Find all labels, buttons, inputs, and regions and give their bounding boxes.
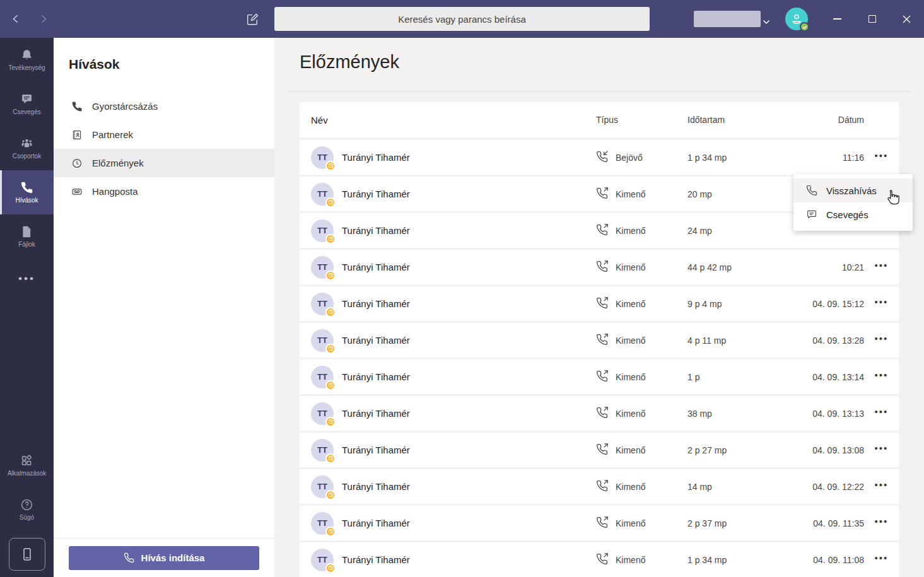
contact-name: Turányi Tihamér bbox=[342, 554, 410, 565]
presence-away-badge bbox=[325, 161, 336, 171]
call-type-label: Kimenő bbox=[616, 409, 645, 419]
phone-outgoing-icon bbox=[596, 297, 608, 311]
account-menu-button[interactable] bbox=[763, 16, 770, 22]
presence-available-badge bbox=[800, 22, 809, 32]
calls-menu-item-előzmények[interactable]: Előzmények bbox=[54, 149, 274, 177]
call-duration-cell: 14 mp bbox=[687, 482, 788, 492]
apps-icon bbox=[20, 454, 33, 467]
page-title: Előzmények bbox=[300, 52, 399, 73]
call-duration-cell: 44 p 42 mp bbox=[687, 262, 788, 272]
rail-item-csevegés[interactable]: Csevegés bbox=[0, 82, 54, 126]
table-row[interactable]: TT Turányi Tihamér Kimenő 1 p 34 mp 04. … bbox=[300, 542, 899, 577]
table-row[interactable]: TT Turányi Tihamér Kimenő 38 mp 04. 09. … bbox=[300, 396, 899, 431]
rail-item-csoportok[interactable]: Csoportok bbox=[0, 126, 54, 170]
row-more-button[interactable]: ••• bbox=[875, 151, 889, 164]
avatar: TT bbox=[311, 549, 334, 571]
phone-outgoing-icon bbox=[596, 370, 608, 384]
table-row[interactable]: TT Turányi Tihamér Kimenő 44 p 42 mp 10:… bbox=[300, 250, 899, 284]
rail-item-tevékenység[interactable]: Tevékenység bbox=[0, 38, 54, 82]
row-more-button[interactable]: ••• bbox=[875, 297, 889, 310]
row-more-button[interactable]: ••• bbox=[875, 553, 889, 566]
rail-item-label: Súgó bbox=[20, 515, 34, 521]
forward-button[interactable] bbox=[34, 6, 53, 32]
start-call-button[interactable]: Hívás indítása bbox=[69, 546, 259, 570]
contact-card-icon bbox=[71, 129, 83, 141]
call-type-cell: Kimenő bbox=[596, 260, 687, 274]
calls-menu-item-partnerek[interactable]: Partnerek bbox=[54, 120, 274, 149]
table-row[interactable]: TT Turányi Tihamér Bejövő 1 p 34 mp 11:1… bbox=[300, 140, 899, 175]
context-menu-label: Visszahívás bbox=[826, 185, 877, 196]
row-more-button[interactable]: ••• bbox=[875, 443, 889, 457]
call-type-cell: Kimenő bbox=[596, 516, 687, 530]
contact-name: Turányi Tihamér bbox=[342, 298, 410, 309]
table-row[interactable]: TT Turányi Tihamér Kimenő 14 mp 04. 09. … bbox=[300, 469, 899, 504]
context-menu-item-csevegés[interactable]: Csevegés bbox=[793, 202, 913, 226]
calls-panel: Hívások Gyorstárcsázás Partnerek Előzmén… bbox=[54, 38, 274, 577]
table-row[interactable]: TT Turányi Tihamér Kimenő 9 p 4 mp 04. 0… bbox=[300, 286, 899, 321]
call-duration-cell: 2 p 27 mp bbox=[687, 445, 788, 455]
phone-outgoing-icon bbox=[596, 260, 608, 274]
context-menu-item-visszahívás[interactable]: Visszahívás bbox=[793, 178, 913, 202]
call-name-cell: TT Turányi Tihamér bbox=[300, 475, 596, 498]
phone-outgoing-icon bbox=[596, 224, 608, 238]
presence-away-badge bbox=[325, 344, 336, 354]
back-icon bbox=[11, 14, 21, 24]
rail-item-hívások[interactable]: Hívások bbox=[0, 170, 54, 214]
avatar: TT bbox=[311, 183, 334, 206]
avatar: TT bbox=[311, 256, 334, 279]
forward-icon bbox=[38, 14, 49, 24]
rail-item-fájlok[interactable]: Fájlok bbox=[0, 214, 54, 259]
row-more-button[interactable]: ••• bbox=[875, 260, 889, 274]
row-more-button[interactable]: ••• bbox=[875, 370, 889, 383]
avatar: TT bbox=[311, 366, 334, 388]
title-bar bbox=[0, 0, 924, 38]
table-row[interactable]: TT Turányi Tihamér Kimenő 2 p 37 mp 04. … bbox=[300, 506, 899, 540]
menu-item-label: Gyorstárcsázás bbox=[92, 101, 158, 112]
call-duration-cell: 38 mp bbox=[687, 409, 788, 419]
maximize-icon bbox=[868, 15, 876, 23]
search-input[interactable] bbox=[274, 7, 650, 31]
row-more-button[interactable]: ••• bbox=[875, 407, 889, 420]
calls-menu-item-hangposta[interactable]: Hangposta bbox=[54, 177, 274, 206]
table-row[interactable]: TT Turányi Tihamér Kimenő 2 p 27 mp 04. … bbox=[300, 433, 899, 467]
call-date-cell: 04. 09. 13:14 bbox=[788, 372, 864, 382]
account-name-blurred[interactable] bbox=[694, 11, 761, 27]
call-type-label: Kimenő bbox=[616, 482, 645, 492]
row-more-button[interactable]: ••• bbox=[875, 480, 889, 493]
call-type-label: Kimenő bbox=[616, 262, 645, 272]
calls-menu-item-gyorstárcsázás[interactable]: Gyorstárcsázás bbox=[54, 92, 274, 120]
maximize-button[interactable] bbox=[855, 0, 889, 38]
col-header-date: Dátum bbox=[788, 115, 864, 125]
presence-away-badge bbox=[325, 563, 336, 573]
phone-outgoing-icon bbox=[596, 187, 608, 201]
call-type-cell: Kimenő bbox=[596, 187, 687, 201]
help-icon bbox=[20, 498, 33, 511]
phone-incoming-icon bbox=[596, 151, 608, 165]
get-mobile-app-button[interactable] bbox=[9, 538, 45, 571]
table-row[interactable]: TT Turányi Tihamér Kimenő 1 p 04. 09. 13… bbox=[300, 359, 899, 394]
history-content: Előzmények NévTípusIdőtartamDátum TT Tur… bbox=[274, 38, 924, 577]
user-avatar[interactable] bbox=[785, 8, 808, 30]
contact-name: Turányi Tihamér bbox=[342, 225, 410, 236]
rail-item-label: Alkalmazások bbox=[8, 470, 47, 477]
row-more-button[interactable]: ••• bbox=[875, 334, 889, 347]
new-chat-button[interactable] bbox=[243, 11, 261, 28]
rail-item-label: Csoportok bbox=[13, 153, 42, 160]
table-row[interactable]: TT Turányi Tihamér Kimenő 4 p 11 mp 04. … bbox=[300, 323, 899, 358]
call-name-cell: TT Turányi Tihamér bbox=[300, 183, 596, 206]
bell-icon bbox=[20, 49, 33, 62]
minimize-button[interactable] bbox=[820, 0, 855, 38]
phone-outgoing-icon bbox=[596, 480, 608, 494]
rail-item-label: Hívások bbox=[15, 197, 38, 204]
presence-away-badge bbox=[325, 453, 336, 463]
close-icon bbox=[903, 15, 911, 23]
rail-more-button[interactable]: ••• bbox=[0, 259, 54, 299]
rail-item-súgó[interactable]: Súgó bbox=[0, 487, 54, 532]
call-type-label: Kimenő bbox=[616, 335, 645, 346]
row-more-button[interactable]: ••• bbox=[875, 516, 889, 530]
rail-item-alkalmazások[interactable]: Alkalmazások bbox=[0, 443, 54, 487]
call-name-cell: TT Turányi Tihamér bbox=[300, 146, 596, 169]
close-button[interactable] bbox=[889, 0, 924, 38]
calls-menu: Gyorstárcsázás Partnerek Előzmények Hang… bbox=[54, 92, 274, 206]
back-button[interactable] bbox=[6, 6, 25, 32]
